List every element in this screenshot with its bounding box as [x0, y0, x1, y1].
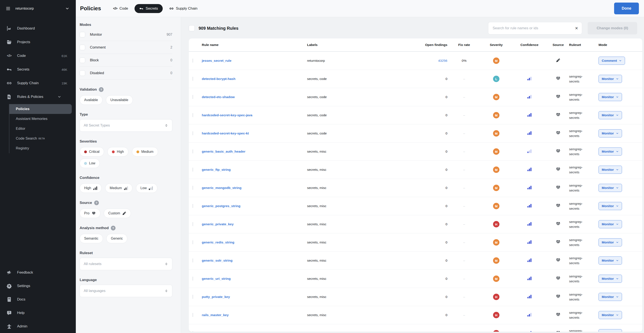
mode-dropdown[interactable]: Monitor [598, 129, 622, 137]
help-icon[interactable]: ? [99, 87, 104, 92]
analysis-semantic-pill[interactable]: Semantic [80, 234, 103, 243]
mode-dropdown[interactable]: Monitor [598, 329, 622, 332]
select-all-checkbox[interactable] [189, 25, 195, 31]
row-checkbox[interactable] [192, 149, 193, 153]
row-checkbox[interactable] [192, 168, 193, 172]
rule-name-link[interactable]: rails_secret_key_base [202, 331, 237, 332]
open-findings-value[interactable]: 0 [446, 277, 447, 280]
open-findings-value[interactable]: 0 [446, 186, 447, 190]
sidebar-subitem-editor[interactable]: Editor [10, 124, 72, 134]
comment-checkbox[interactable] [80, 45, 85, 50]
row-checkbox[interactable] [192, 95, 193, 99]
rule-name-link[interactable]: generic_redis_string [202, 240, 234, 244]
row-checkbox[interactable] [192, 77, 193, 81]
mode-dropdown[interactable]: Monitor [598, 75, 622, 83]
confidence-medium-pill[interactable]: Medium [105, 183, 132, 193]
open-findings-value[interactable]: 0 [446, 204, 447, 208]
rule-name-link[interactable]: generic_mongodb_string [202, 186, 242, 190]
monitor-checkbox[interactable] [80, 32, 85, 38]
confidence-high-pill[interactable]: High [80, 183, 102, 193]
rule-name-link[interactable]: rails_master_key [202, 313, 229, 317]
severity-critical-pill[interactable]: Critical [80, 147, 104, 156]
row-checkbox[interactable] [192, 313, 193, 317]
sidebar-item-projects[interactable]: Projects [0, 35, 76, 49]
open-findings-value[interactable]: 0 [446, 331, 447, 332]
ruleset-select[interactable]: All rulesets [80, 258, 172, 270]
block-checkbox[interactable] [80, 58, 85, 63]
sidebar-subitem-assistant-memories[interactable]: Assistant Memories [10, 114, 72, 124]
rule-name-link[interactable]: generic_postgres_string [202, 204, 240, 208]
open-findings-value[interactable]: 0 [446, 150, 447, 153]
rule-name-link[interactable]: putty_private_key [202, 295, 230, 298]
sidebar-item-settings[interactable]: Settings [0, 279, 76, 293]
open-findings-value[interactable]: 0 [446, 222, 447, 226]
validation-available-pill[interactable]: Available [80, 95, 102, 105]
analysis-generic-pill[interactable]: Generic [106, 234, 127, 243]
open-findings-value[interactable]: 0 [446, 295, 447, 298]
rule-name-link[interactable]: hardcoded-secret-key-spec-java [202, 113, 252, 117]
tab-secrets[interactable]: Secrets [134, 4, 163, 13]
sidebar-item-admin[interactable]: Admin [0, 319, 76, 333]
row-checkbox[interactable] [192, 113, 193, 117]
help-icon[interactable]: ? [111, 226, 116, 230]
mode-dropdown[interactable]: Monitor [598, 238, 622, 246]
tab-code[interactable]: </> Code [113, 7, 128, 11]
open-findings-value[interactable]: 0 [446, 113, 447, 117]
source-pro-pill[interactable]: Pro [80, 209, 100, 218]
open-findings-value[interactable]: 0 [446, 313, 447, 317]
mode-dropdown[interactable]: Monitor [598, 275, 622, 283]
open-findings-value[interactable]: 0 [446, 131, 447, 135]
confidence-low-pill[interactable]: Low [136, 183, 157, 193]
mode-dropdown[interactable]: Comment [598, 57, 625, 65]
rule-name-link[interactable]: generic_ftp_string [202, 168, 230, 171]
rule-name-link[interactable]: generic_basic_auth_header [202, 150, 245, 153]
language-select[interactable]: All languages [80, 285, 172, 297]
row-checkbox[interactable] [192, 276, 193, 281]
row-checkbox[interactable] [192, 59, 193, 63]
sidebar-subitem-registry[interactable]: Registry [10, 143, 72, 153]
rule-name-link[interactable]: hardcoded-secret-key-spec-kt [202, 131, 249, 135]
mode-dropdown[interactable]: Monitor [598, 111, 622, 119]
org-switcher[interactable]: returntocorp [0, 0, 76, 17]
source-custom-pill[interactable]: Custom [104, 209, 131, 218]
sidebar-item-rules-policies[interactable]: Rules & Policies [0, 90, 76, 104]
change-modes-button[interactable]: Change modes (0) [588, 22, 637, 35]
done-button[interactable]: Done [614, 3, 639, 14]
mode-dropdown[interactable]: Monitor [598, 311, 622, 319]
open-findings-value[interactable]: 43256 [438, 59, 447, 62]
chevron-down-icon[interactable] [65, 7, 70, 11]
hamburger-menu-icon[interactable] [6, 6, 11, 11]
sidebar-item-dashboard[interactable]: Dashboard [0, 22, 76, 35]
severity-medium-pill[interactable]: Medium [132, 147, 158, 156]
mode-dropdown[interactable]: Monitor [598, 147, 622, 156]
help-icon[interactable]: ? [94, 200, 99, 205]
open-findings-value[interactable]: 0 [446, 168, 447, 171]
open-findings-value[interactable]: 0 [446, 95, 447, 99]
sidebar-item-feedback[interactable]: Feedback [0, 266, 76, 279]
disabled-checkbox[interactable] [80, 70, 85, 76]
tab-supply-chain[interactable]: Supply Chain [169, 6, 198, 11]
open-findings-value[interactable]: 0 [446, 77, 447, 81]
row-checkbox[interactable] [192, 131, 193, 135]
rule-name-link[interactable]: detected-etc-shadow [202, 95, 235, 99]
mode-dropdown[interactable]: Monitor [598, 184, 622, 192]
secret-type-select[interactable]: All Secret Types [80, 119, 172, 132]
rule-name-link[interactable]: generic_uri_string [202, 277, 230, 280]
mode-dropdown[interactable]: Monitor [598, 293, 622, 301]
row-checkbox[interactable] [192, 186, 193, 190]
row-checkbox[interactable] [192, 331, 193, 332]
open-findings-value[interactable]: 0 [446, 259, 447, 262]
rule-name-link[interactable]: generic_solr_string [202, 259, 232, 262]
clear-search-icon[interactable]: × [575, 26, 578, 31]
sidebar-subitem-code-search[interactable]: Code Search BETA [10, 134, 72, 143]
mode-dropdown[interactable]: Monitor [598, 256, 622, 265]
mode-dropdown[interactable]: Monitor [598, 166, 622, 174]
search-input[interactable] [492, 26, 573, 31]
sidebar-subitem-policies[interactable]: Policies [10, 104, 72, 114]
rule-name-link[interactable]: jesses_secret_rule [202, 59, 232, 62]
mode-dropdown[interactable]: Monitor [598, 93, 622, 101]
severity-high-pill[interactable]: High [108, 147, 128, 156]
mode-dropdown[interactable]: Monitor [598, 202, 622, 210]
severity-low-pill[interactable]: Low [80, 159, 100, 168]
sidebar-item-secrets[interactable]: Secrets 46K [0, 63, 76, 76]
